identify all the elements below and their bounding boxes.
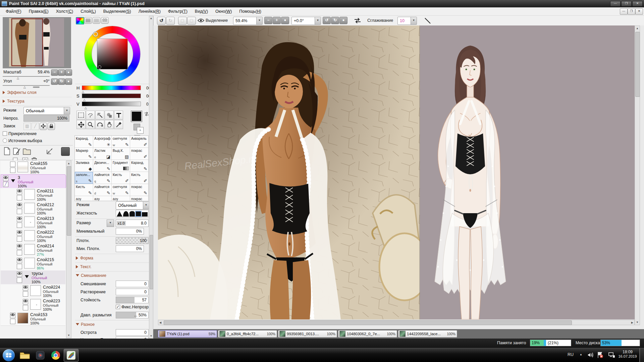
layer-link-toggle[interactable] [17,195,22,200]
brush-cell-Аэрограф[interactable]: Аэрограф✳ [93,136,112,148]
new-layer-icon[interactable] [3,147,11,155]
layer-row-Слой213[interactable]: Слой213Обычный100% [1,216,65,230]
move-tool[interactable] [76,120,86,129]
brush-cell-покрас[interactable]: покрас✎ [130,184,149,196]
file-tab-4[interactable]: 104803062_0_7e...100% [338,330,397,338]
layer-link-toggle[interactable] [17,278,22,283]
rotate-canvas-tool[interactable] [95,120,104,129]
show-desktop-button[interactable] [639,348,644,362]
scale-plus-button[interactable]: + [58,69,65,76]
brush-cell-Каранд.[interactable]: Каранд.✎ [75,136,93,148]
angle-dropdown-icon[interactable]: ▼ [315,17,321,24]
menu-item-6[interactable]: Линейка(R) [135,7,164,16]
scroll-right-icon[interactable]: ▶ [631,321,633,324]
scale-slider[interactable] [3,76,50,77]
layer-opacity-slider[interactable]: 100% [23,115,69,122]
doc-restore-button[interactable]: ❐ [628,8,635,15]
layer-thumbnail[interactable] [24,230,35,241]
taskbar-sai-button[interactable] [64,349,78,362]
layer-visibility-toggle[interactable] [10,313,15,318]
texture-section-header[interactable]: Текст. [76,264,92,269]
min-density-field[interactable]: 0% [116,245,144,252]
redo-button[interactable]: ↻ [166,17,175,25]
layer-visibility-toggle[interactable] [17,230,22,236]
layer-link-toggle[interactable] [23,291,28,297]
s-marker[interactable]: △ [83,98,86,102]
lasso-tool[interactable] [86,111,95,120]
hardness-5[interactable] [142,212,148,217]
layer-visibility-toggle[interactable] [17,272,22,277]
tray-expand-icon[interactable]: ▲ [580,353,582,356]
layer-link-toggle[interactable] [17,209,22,214]
smoothing-dropdown-icon[interactable]: ▼ [411,17,417,24]
layer-thumbnail[interactable] [24,189,35,200]
brush-cell-аэу[interactable]: аэу✎ [93,196,112,201]
angle-slider-marker[interactable]: △ [23,85,26,89]
blend-field[interactable]: 0 [116,281,149,287]
panel-settings-button[interactable] [61,147,70,156]
hand-tool[interactable] [105,120,114,129]
color-wheel-tab-button[interactable] [76,17,84,24]
selection-source-radio[interactable] [3,138,7,143]
doc-minimize-button[interactable]: — [620,8,628,15]
history-forward-button[interactable]: ▢ [187,17,196,25]
menu-item-5[interactable]: Выделение(S) [100,7,135,16]
layer-link-toggle[interactable]: ╱ [3,182,8,187]
brush-mode-dropdown[interactable]: Обычный ▼ [116,201,149,209]
brush-cell-заполн...[interactable]: заполн...s✎ [75,172,93,184]
scroll-left-icon[interactable]: ◀ [159,321,161,324]
doc-close-button[interactable]: ✕ [635,8,643,15]
panel-scrollbar[interactable]: ▲ ▼ [149,16,153,339]
brush-cell-Ластик[interactable]: Ластикe◪ [93,148,112,160]
brush-cell-Двоичн...[interactable]: Двоичн...✎ [93,160,112,172]
sv-square[interactable] [97,39,127,69]
volume-icon[interactable] [588,352,594,358]
navigator-preview[interactable] [3,17,71,68]
canvas-hscrollbar[interactable]: ◀ ▶ [158,320,635,325]
file-tab-2[interactable]: 0_a3fd4_ffb4c72...100% [218,330,277,338]
scroll-down-icon[interactable]: ▼ [149,335,153,338]
lock-all-icon[interactable] [48,123,55,130]
vscrollbar-thumb[interactable] [635,32,640,97]
zoom-tool[interactable] [86,120,95,129]
layer-row-трусы[interactable]: трусыОбычный100% [1,270,65,285]
keep-opacity-checkbox[interactable]: ✓ [116,305,120,309]
angle-combo[interactable]: +0.0° ▼ [291,17,321,25]
shape-tool[interactable] [105,111,114,120]
v-marker[interactable]: △ [85,106,87,110]
start-button[interactable] [3,349,15,361]
brush-cell-аэу[interactable]: аэу✎ [112,196,130,201]
shape-section-header[interactable]: Форма [76,256,93,260]
brush-cell-лайнится[interactable]: лайнитсяq✎ [93,172,112,184]
size-field[interactable]: x1.0 8.0 [116,220,149,227]
new-lineart-layer-icon[interactable] [13,147,21,155]
nav-angle-reset-button[interactable]: ■ [65,78,72,85]
new-color-swatch[interactable]: + [137,127,144,134]
layer-visibility-toggle[interactable] [23,299,28,304]
menu-item-10[interactable]: Помощь(H) [235,7,265,16]
misc-section-header[interactable]: Разное [76,322,95,327]
layer-row-Слой155[interactable]: Слой155Обычный100% [1,161,65,175]
layer-row-Слой223[interactable]: Слой223Обычный100% [1,298,65,312]
scroll-down-icon[interactable]: ▼ [66,334,71,337]
layer-visibility-toggle[interactable] [17,217,22,222]
scroll-up-icon[interactable]: ▲ [149,17,153,20]
history-back-button[interactable]: ▢ [178,17,187,25]
line-tool-icon[interactable] [424,17,432,25]
color-mixer-tab-button[interactable] [93,17,100,24]
layer-row-Слой215[interactable]: Слой215Обычный86% [1,257,65,271]
density-slider[interactable]: 100 [116,237,149,244]
zoom-out-button[interactable]: − [264,17,272,24]
hardness-selector[interactable] [116,210,149,217]
layer-thumbnail[interactable] [30,299,41,310]
scroll-up-icon[interactable]: ▲ [635,27,640,30]
sv-marker[interactable] [98,65,101,69]
network-icon[interactable] [608,352,615,358]
menu-item-2[interactable]: Правка(E) [25,7,52,16]
zoom-combo[interactable]: 59.4% ▼ [233,17,263,25]
transform-icon[interactable] [46,147,54,155]
layer-mode-dropdown[interactable]: Обычный ▼ [23,107,70,115]
sharpness-field[interactable]: 0 [116,329,149,336]
blur-pressure-slider[interactable]: ... 50% [116,312,149,318]
hardness-2[interactable] [123,211,129,217]
